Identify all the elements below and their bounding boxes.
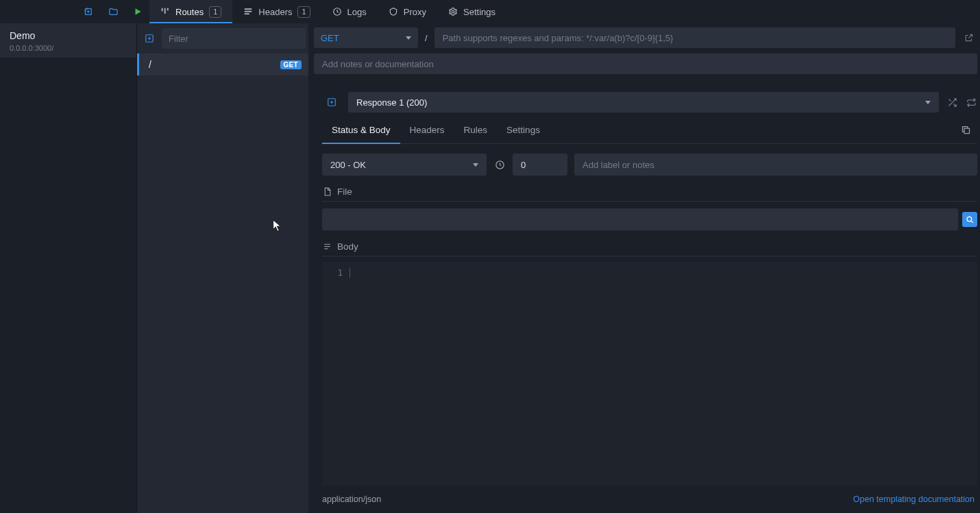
toolbar-actions (0, 0, 149, 23)
browse-file-button[interactable] (962, 212, 977, 227)
route-editor: GET / Response 1 (200) (308, 23, 980, 513)
svg-rect-5 (245, 8, 252, 10)
response-label-input[interactable] (574, 154, 977, 176)
content-type-label: application/json (322, 494, 381, 504)
chevron-down-icon (406, 36, 411, 40)
headers-count-badge: 1 (297, 6, 310, 18)
open-folder-icon[interactable] (107, 5, 119, 18)
body-label: Body (337, 241, 358, 252)
copy-icon[interactable] (959, 124, 972, 136)
svg-rect-3 (164, 8, 166, 14)
routes-icon (160, 7, 170, 16)
svg-rect-6 (245, 11, 252, 12)
routes-panel: / GET (137, 23, 308, 513)
tab-label: Logs (347, 7, 367, 17)
main-tabs: Routes 1 Headers 1 Logs Proxy Se (149, 0, 506, 23)
add-response-button[interactable] (322, 93, 341, 112)
subtab-headers[interactable]: Headers (400, 117, 454, 143)
routes-filter-input[interactable] (162, 28, 306, 49)
tab-headers[interactable]: Headers 1 (232, 0, 321, 23)
response-label: Response 1 (200) (356, 97, 427, 108)
path-separator: / (424, 33, 429, 43)
environment-item[interactable]: Demo 0.0.0.0:3000/ (0, 23, 136, 58)
tab-label: Proxy (404, 7, 426, 17)
subtab-rules[interactable]: Rules (454, 117, 498, 143)
svg-rect-2 (162, 8, 163, 12)
body-section-header: Body (322, 241, 977, 256)
start-server-icon[interactable] (132, 5, 144, 18)
file-path-input[interactable] (322, 208, 958, 230)
tab-label: Headers (258, 7, 292, 17)
tab-routes[interactable]: Routes 1 (149, 0, 232, 23)
subtab-status-body[interactable]: Status & Body (322, 117, 400, 143)
delay-input[interactable] (513, 154, 567, 176)
svg-point-9 (452, 10, 454, 13)
tab-label: Settings (463, 7, 495, 17)
open-external-icon[interactable] (961, 29, 977, 46)
templating-doc-link[interactable]: Open templating documentation (853, 494, 975, 504)
route-item[interactable]: / GET (137, 53, 308, 75)
tab-logs[interactable]: Logs (321, 0, 378, 23)
tab-proxy[interactable]: Proxy (378, 0, 437, 23)
caret (350, 267, 350, 278)
editor-footer: application/json Open templating documen… (322, 486, 977, 513)
clock-icon (493, 158, 506, 171)
environment-sidebar: Demo 0.0.0.0:3000/ (0, 23, 137, 513)
tab-label: Routes (175, 7, 204, 17)
proxy-icon (389, 7, 398, 16)
file-label: File (337, 187, 352, 197)
path-input[interactable] (434, 27, 955, 48)
file-icon (322, 187, 332, 197)
method-select[interactable]: GET (314, 27, 418, 48)
svg-rect-4 (167, 8, 169, 11)
route-path: / (149, 59, 151, 70)
method-value: GET (321, 33, 339, 43)
svg-marker-1 (136, 8, 141, 14)
file-section-header: File (322, 187, 977, 202)
svg-point-14 (967, 217, 972, 222)
routes-count-badge: 1 (209, 6, 221, 18)
body-editor[interactable]: 1 (322, 262, 977, 486)
response-subtabs: Status & Body Headers Rules Settings (322, 117, 977, 144)
environment-name: Demo (10, 30, 127, 41)
route-method-badge: GET (280, 60, 302, 69)
settings-icon (448, 7, 458, 16)
line-number: 1 (322, 262, 350, 486)
svg-rect-7 (245, 13, 249, 14)
logs-icon (332, 7, 342, 16)
tab-settings[interactable]: Settings (437, 0, 506, 23)
headers-icon (243, 7, 253, 16)
route-notes-input[interactable] (314, 53, 977, 74)
status-code-select[interactable]: 200 - OK (322, 154, 487, 176)
status-code-value: 200 - OK (330, 160, 366, 170)
body-icon (322, 242, 332, 252)
environment-address: 0.0.0.0:3000/ (10, 44, 127, 52)
subtab-settings[interactable]: Settings (497, 117, 550, 143)
response-select[interactable]: Response 1 (200) (348, 92, 939, 112)
add-route-button[interactable] (140, 29, 159, 48)
new-environment-icon[interactable] (82, 5, 95, 18)
chevron-down-icon (473, 163, 478, 167)
top-toolbar: Routes 1 Headers 1 Logs Proxy Se (0, 0, 980, 23)
body-code-area[interactable] (350, 262, 977, 486)
chevron-down-icon (925, 101, 931, 104)
repeat-icon[interactable] (965, 96, 977, 108)
svg-rect-12 (964, 128, 970, 134)
shuffle-icon[interactable] (946, 96, 958, 108)
